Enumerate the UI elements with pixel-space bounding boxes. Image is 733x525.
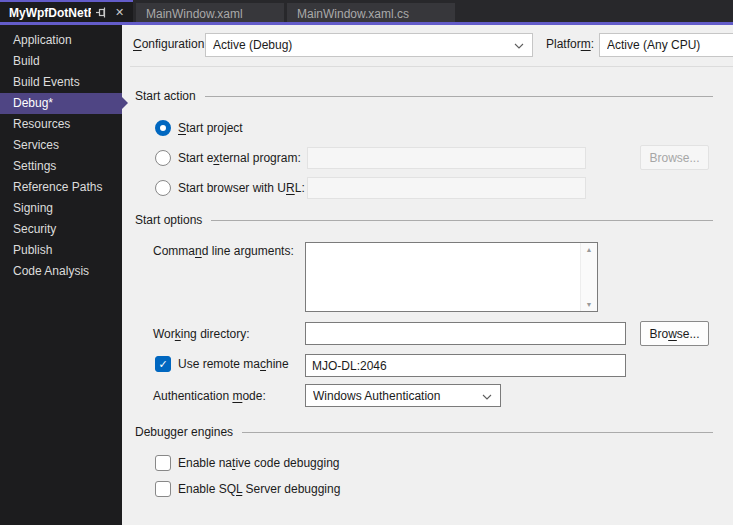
- project-properties-window: MyWpfDotNetF* ✕ MainWindow.xaml MainWind…: [0, 0, 733, 525]
- tab-mainwindow-xaml-cs-label: MainWindow.xaml.cs: [297, 7, 409, 21]
- tab-mainwindow-xaml-label: MainWindow.xaml: [146, 7, 243, 21]
- authentication-mode-label: Authentication mode:: [153, 389, 266, 403]
- sidebar-item-code-analysis[interactable]: Code Analysis: [0, 261, 122, 282]
- configuration-dropdown-value: Active (Debug): [213, 38, 514, 52]
- pin-icon[interactable]: [94, 5, 109, 20]
- platform-label: Platform:: [546, 37, 594, 51]
- command-line-arguments-field: ▲ ▼: [305, 242, 598, 312]
- authentication-mode-dropdown[interactable]: Windows Authentication: [305, 384, 501, 407]
- sql-debugging-checkbox[interactable]: [155, 481, 171, 497]
- working-directory-input[interactable]: [305, 322, 626, 345]
- platform-dropdown-value: Active (Any CPU): [607, 38, 733, 52]
- browser-url-radio[interactable]: [155, 180, 171, 196]
- use-remote-machine-checkbox[interactable]: ✓: [155, 356, 171, 372]
- section-rule: [242, 432, 713, 433]
- chevron-down-icon: [514, 38, 524, 52]
- external-program-label: Start external program:: [178, 151, 301, 165]
- working-directory-label: Working directory:: [153, 327, 249, 341]
- browser-url-input[interactable]: [307, 177, 586, 199]
- start-project-radio[interactable]: [155, 120, 171, 136]
- remote-machine-input[interactable]: [305, 354, 626, 377]
- sidebar-item-security[interactable]: Security: [0, 219, 122, 240]
- sidebar-item-build[interactable]: Build: [0, 51, 122, 72]
- native-debugging-checkbox[interactable]: [155, 455, 171, 471]
- sidebar-item-build-events[interactable]: Build Events: [0, 72, 122, 93]
- external-program-radio-row: Start external program:: [155, 150, 301, 166]
- textarea-scrollbar[interactable]: ▲ ▼: [580, 243, 597, 311]
- chevron-down-icon: [482, 389, 492, 403]
- command-line-arguments-textarea[interactable]: [306, 243, 583, 315]
- section-rule: [211, 220, 713, 221]
- sidebar-item-publish[interactable]: Publish: [0, 240, 122, 261]
- section-rule: [205, 96, 713, 97]
- browser-url-label: Start browser with URL:: [178, 181, 305, 195]
- use-remote-machine-label: Use remote machine: [178, 357, 289, 371]
- native-debugging-row: Enable native code debugging: [155, 455, 339, 471]
- sql-debugging-label: Enable SQL Server debugging: [178, 482, 340, 496]
- start-project-radio-row: Start project: [155, 120, 243, 136]
- native-debugging-label: Enable native code debugging: [178, 456, 339, 470]
- debugger-engines-section-header: Debugger engines: [135, 425, 713, 439]
- toolbar-separator: [130, 66, 733, 67]
- authentication-mode-value: Windows Authentication: [313, 389, 482, 403]
- start-action-title: Start action: [135, 89, 196, 103]
- configuration-dropdown[interactable]: Active (Debug): [205, 33, 533, 57]
- working-directory-browse-button[interactable]: Browse...: [640, 321, 709, 346]
- close-icon[interactable]: ✕: [112, 5, 127, 20]
- sidebar-item-services[interactable]: Services: [0, 135, 122, 156]
- start-project-label: Start project: [178, 121, 243, 135]
- debugger-engines-title: Debugger engines: [135, 425, 233, 439]
- start-options-title: Start options: [135, 213, 202, 227]
- platform-dropdown[interactable]: Active (Any CPU): [599, 33, 733, 57]
- sql-debugging-row: Enable SQL Server debugging: [155, 481, 340, 497]
- start-options-section-header: Start options: [135, 213, 713, 227]
- external-program-browse-button[interactable]: Browse...: [640, 145, 709, 170]
- external-program-radio[interactable]: [155, 150, 171, 166]
- external-program-input[interactable]: [307, 147, 586, 169]
- sidebar-item-resources[interactable]: Resources: [0, 114, 122, 135]
- configuration-label: Configuration:: [133, 37, 208, 51]
- debug-settings-panel: Configuration: Active (Debug) Platform: …: [122, 25, 733, 525]
- sidebar-item-reference-paths[interactable]: Reference Paths: [0, 177, 122, 198]
- use-remote-machine-row: ✓ Use remote machine: [155, 356, 289, 372]
- tab-project-properties-label: MyWpfDotNetF*: [9, 6, 91, 20]
- properties-nav-sidebar: Application Build Build Events Debug* Re…: [0, 25, 122, 525]
- sidebar-item-settings[interactable]: Settings: [0, 156, 122, 177]
- sidebar-item-debug[interactable]: Debug*: [0, 93, 122, 114]
- document-tab-bar: MyWpfDotNetF* ✕ MainWindow.xaml MainWind…: [0, 0, 733, 25]
- start-action-section-header: Start action: [135, 89, 713, 103]
- active-tab-accent-line: [0, 22, 733, 25]
- browser-url-radio-row: Start browser with URL:: [155, 180, 305, 196]
- sidebar-item-application[interactable]: Application: [0, 30, 122, 51]
- command-line-arguments-label: Command line arguments:: [153, 244, 294, 258]
- scroll-down-icon[interactable]: ▼: [581, 301, 597, 308]
- scroll-up-icon[interactable]: ▲: [581, 246, 597, 253]
- sidebar-item-signing[interactable]: Signing: [0, 198, 122, 219]
